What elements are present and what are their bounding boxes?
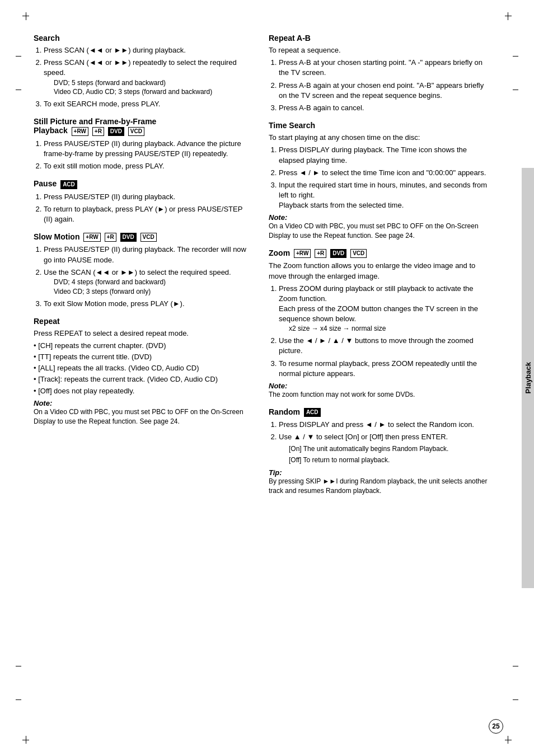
time-search-title: Time Search — [269, 121, 489, 130]
repeat-ab-intro: To repeat a sequence. — [269, 45, 489, 55]
search-step-3: To exit SEARCH mode, press PLAY. — [44, 99, 252, 109]
time-search-step-3: Input the required start time in hours, … — [279, 180, 489, 211]
time-search-steps: Press DISPLAY during playback. The Time … — [269, 145, 489, 210]
badge-plus-rw: +RW — [72, 127, 88, 136]
badge-zoom-vcd: VCD — [350, 249, 367, 258]
search-steps: Press SCAN (◄◄ or ►►) during playback. P… — [34, 45, 252, 109]
badge-zoom-plus-rw: +RW — [294, 249, 311, 258]
slow-motion-step2-sub: DVD; 4 steps (forward and backward)Video… — [54, 278, 252, 297]
pause-step-2: To return to playback, press PLAY (►) or… — [44, 204, 252, 224]
repeat-item-track: [Track]: repeats the current track. (Vid… — [34, 374, 252, 384]
repeat-item-ch: [CH] repeats the current chapter. (DVD) — [34, 341, 252, 351]
badge-slow-plus-r: +R — [105, 233, 116, 242]
random-steps: Press DISPLAY and press ◄ / ► to select … — [269, 420, 489, 465]
badge-slow-plus-rw: +RW — [83, 233, 100, 242]
repeat-item-all: [ALL] repeats the all tracks. (Video CD,… — [34, 363, 252, 373]
zoom-steps: Press ZOOM during playback or still play… — [269, 284, 489, 379]
still-picture-title: Still Picture and Frame-by-FramePlayback… — [34, 117, 252, 135]
repeat-ab-step-2: Press A-B again at your chosen end point… — [279, 81, 489, 101]
random-tip: Tip: By pressing SKIP ►►I during Random … — [269, 468, 489, 496]
badge-random-acd: ACD — [304, 408, 321, 417]
search-step2-sub: DVD; 5 steps (forward and backward)Video… — [54, 78, 252, 97]
repeat-ab-step-3: Press A-B again to cancel. — [279, 103, 489, 113]
still-picture-section: Still Picture and Frame-by-FramePlayback… — [34, 117, 252, 171]
badge-zoom-plus-r: +R — [315, 249, 326, 258]
repeat-item-off: [Off] does not play repeatedly. — [34, 386, 252, 396]
zoom-step-1: Press ZOOM during playback or still play… — [279, 284, 489, 334]
slow-motion-title: Slow Motion +RW +R DVD VCD — [34, 232, 252, 242]
badge-plus-r: +R — [92, 127, 104, 136]
time-search-note-title: Note: — [269, 213, 287, 222]
search-step-2: Press SCAN (◄◄ or ►►) repeatedly to sele… — [44, 58, 252, 97]
random-step-1: Press DISPLAY and press ◄ / ► to select … — [279, 420, 489, 430]
time-search-note-text: On a Video CD with PBC, you must set PBC… — [269, 222, 489, 241]
repeat-title: Repeat — [34, 317, 252, 326]
repeat-note-text: On a Video CD with PBC, you must set PBC… — [34, 407, 252, 426]
random-section: Random ACD Press DISPLAY and press ◄ / ►… — [269, 407, 489, 496]
pause-steps: Press PAUSE/STEP (II) during playback. T… — [34, 192, 252, 225]
time-search-note: Note: On a Video CD with PBC, you must s… — [269, 213, 489, 241]
zoom-step-2: Use the ◄ / ► / ▲ / ▼ buttons to move th… — [279, 336, 489, 356]
zoom-section: Zoom +RW +R DVD VCD The Zoom function al… — [269, 248, 489, 400]
search-title: Search — [34, 34, 252, 43]
zoom-step-3: To resume normal playback, press ZOOM re… — [279, 359, 489, 379]
random-title: Random ACD — [269, 407, 489, 417]
zoom-note-title: Note: — [269, 382, 287, 390]
badge-slow-vcd: VCD — [140, 233, 157, 242]
badge-vcd: VCD — [128, 127, 144, 136]
slow-motion-steps: Press PAUSE/STEP (II) during playback. T… — [34, 245, 252, 308]
pause-step-1: Press PAUSE/STEP (II) during playback. — [44, 192, 252, 202]
pause-section: Pause ACD Press PAUSE/STEP (II) during p… — [34, 179, 252, 224]
repeat-section: Repeat Press REPEAT to select a desired … — [34, 317, 252, 426]
still-picture-step-1: Press PAUSE/STEP (II) during playback. A… — [44, 139, 252, 159]
still-picture-steps: Press PAUSE/STEP (II) during playback. A… — [34, 139, 252, 172]
repeat-ab-step-1: Press A-B at your chosen starting point.… — [279, 58, 489, 78]
badge-dvd: DVD — [108, 127, 124, 136]
time-search-intro: To start playing at any chosen time on t… — [269, 133, 489, 143]
page-content: Search Press SCAN (◄◄ or ►►) during play… — [0, 0, 534, 756]
pause-title: Pause ACD — [34, 179, 252, 189]
repeat-ab-steps: Press A-B at your chosen starting point.… — [269, 58, 489, 113]
slow-motion-section: Slow Motion +RW +R DVD VCD Press PAUSE/S… — [34, 232, 252, 309]
random-step2-sub2: [Off] To return to normal playback. — [289, 456, 489, 465]
repeat-ab-title: Repeat A-B — [269, 34, 489, 43]
repeat-item-tt: [TT] repeats the current title. (DVD) — [34, 352, 252, 362]
repeat-note: Note: On a Video CD with PBC, you must s… — [34, 399, 252, 426]
search-section: Search Press SCAN (◄◄ or ►►) during play… — [34, 34, 252, 109]
left-column: Search Press SCAN (◄◄ or ►►) during play… — [34, 34, 252, 499]
time-search-step-1: Press DISPLAY during playback. The Time … — [279, 145, 489, 165]
random-tip-title: Tip: — [269, 468, 282, 477]
zoom-step1-sub: x2 size → x4 size → normal size — [289, 324, 489, 334]
two-columns: Search Press SCAN (◄◄ or ►►) during play… — [34, 34, 506, 499]
random-step-2: Use ▲ / ▼ to select [On] or [Off] then p… — [279, 432, 489, 465]
repeat-intro: Press REPEAT to select a desired repeat … — [34, 328, 252, 339]
zoom-note: Note: The zoom function may not work for… — [269, 382, 489, 400]
slow-motion-step-3: To exit Slow Motion mode, press PLAY (►)… — [44, 299, 252, 309]
repeat-ab-section: Repeat A-B To repeat a sequence. Press A… — [269, 34, 489, 113]
repeat-note-title: Note: — [34, 399, 52, 407]
badge-zoom-dvd: DVD — [330, 249, 346, 258]
badge-slow-dvd: DVD — [120, 233, 137, 242]
random-step2-sub1: [On] The unit automatically begins Rando… — [289, 444, 489, 454]
time-search-section: Time Search To start playing at any chos… — [269, 121, 489, 241]
zoom-intro: The Zoom function allows you to enlarge … — [269, 261, 489, 281]
repeat-items: [CH] repeats the current chapter. (DVD) … — [34, 341, 252, 396]
zoom-note-text: The zoom function may not work for some … — [269, 390, 489, 400]
badge-acd: ACD — [60, 180, 77, 189]
slow-motion-step-1: Press PAUSE/STEP (II) during playback. T… — [44, 245, 252, 265]
zoom-title: Zoom +RW +R DVD VCD — [269, 248, 489, 258]
still-picture-step-2: To exit still motion mode, press PLAY. — [44, 161, 252, 171]
time-search-step-2: Press ◄ / ► to select the time Time icon… — [279, 168, 489, 178]
slow-motion-step-2: Use the SCAN (◄◄ or ►►) to select the re… — [44, 267, 252, 297]
random-tip-text: By pressing SKIP ►►I during Random playb… — [269, 477, 489, 496]
right-column: Repeat A-B To repeat a sequence. Press A… — [269, 34, 506, 499]
search-step-1: Press SCAN (◄◄ or ►►) during playback. — [44, 45, 252, 55]
